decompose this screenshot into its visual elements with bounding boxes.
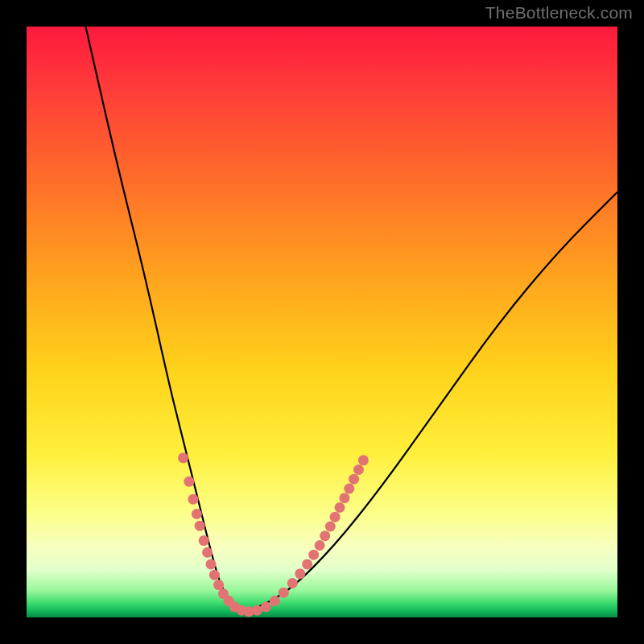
highlight-dot xyxy=(287,578,298,588)
highlight-dot xyxy=(206,559,217,569)
highlight-dot xyxy=(358,455,369,465)
highlight-dot xyxy=(349,474,359,485)
highlight-dot xyxy=(339,493,349,503)
highlight-dot xyxy=(213,580,224,590)
highlight-dot xyxy=(279,588,289,598)
highlight-dot xyxy=(270,596,280,606)
highlight-dot xyxy=(335,502,345,513)
highlight-dot xyxy=(315,540,325,551)
highlight-dot xyxy=(261,601,271,612)
highlight-dot xyxy=(353,464,364,475)
watermark-text: TheBottleneck.com xyxy=(485,3,633,23)
bottleneck-curve-path xyxy=(85,27,617,610)
highlight-dot xyxy=(199,535,209,546)
highlight-dot xyxy=(320,530,330,541)
highlight-dot xyxy=(178,452,188,463)
chart-frame: TheBottleneck.com xyxy=(0,0,644,644)
highlight-dot xyxy=(192,509,202,519)
highlight-dot xyxy=(184,477,194,487)
highlight-dot xyxy=(188,494,199,505)
highlight-dot xyxy=(209,570,220,580)
highlight-dot xyxy=(308,550,319,560)
highlight-dot xyxy=(202,547,213,558)
highlight-dot xyxy=(295,568,305,579)
bottleneck-curve xyxy=(27,27,617,617)
highlight-dot xyxy=(302,559,312,569)
plot-area xyxy=(27,27,617,617)
highlight-dot xyxy=(325,522,336,532)
highlight-dot xyxy=(344,484,354,494)
highlight-dot xyxy=(195,521,205,531)
highlight-dot xyxy=(330,512,341,522)
